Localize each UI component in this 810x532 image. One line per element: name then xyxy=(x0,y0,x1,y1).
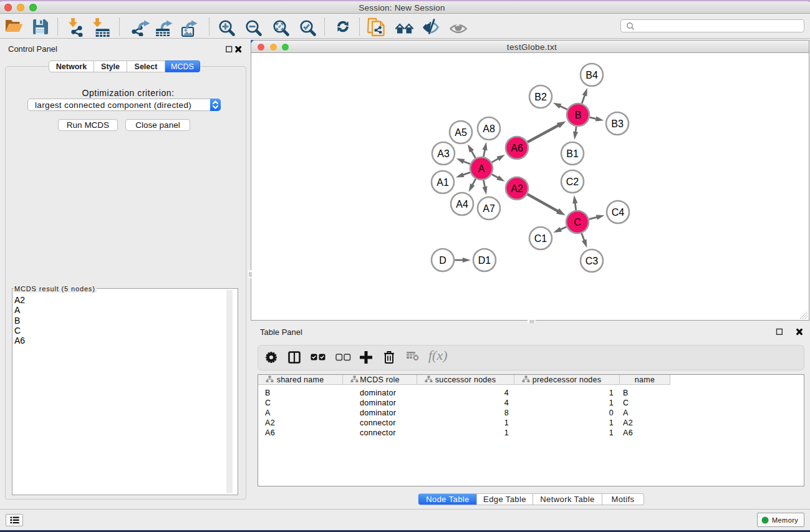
svg-text:A6: A6 xyxy=(511,143,523,153)
svg-text:B2: B2 xyxy=(534,92,547,102)
svg-text:A4: A4 xyxy=(456,199,468,210)
svg-text:B3: B3 xyxy=(611,118,624,129)
svg-text:C3: C3 xyxy=(586,256,599,266)
svg-text:C1: C1 xyxy=(534,233,547,244)
svg-text:D1: D1 xyxy=(478,255,491,266)
svg-text:A8: A8 xyxy=(483,123,495,134)
svg-text:B1: B1 xyxy=(566,148,579,159)
svg-text:B: B xyxy=(575,110,582,120)
svg-text:B4: B4 xyxy=(586,70,598,80)
svg-text:D: D xyxy=(439,255,446,266)
svg-text:A: A xyxy=(478,163,485,174)
svg-text:A5: A5 xyxy=(455,127,467,138)
svg-text:C: C xyxy=(574,217,581,228)
svg-text:A2: A2 xyxy=(511,183,523,194)
svg-text:A7: A7 xyxy=(483,203,495,214)
svg-text:C4: C4 xyxy=(612,207,625,218)
svg-text:A1: A1 xyxy=(436,177,449,188)
svg-text:C2: C2 xyxy=(566,177,579,187)
svg-text:A3: A3 xyxy=(437,148,450,159)
